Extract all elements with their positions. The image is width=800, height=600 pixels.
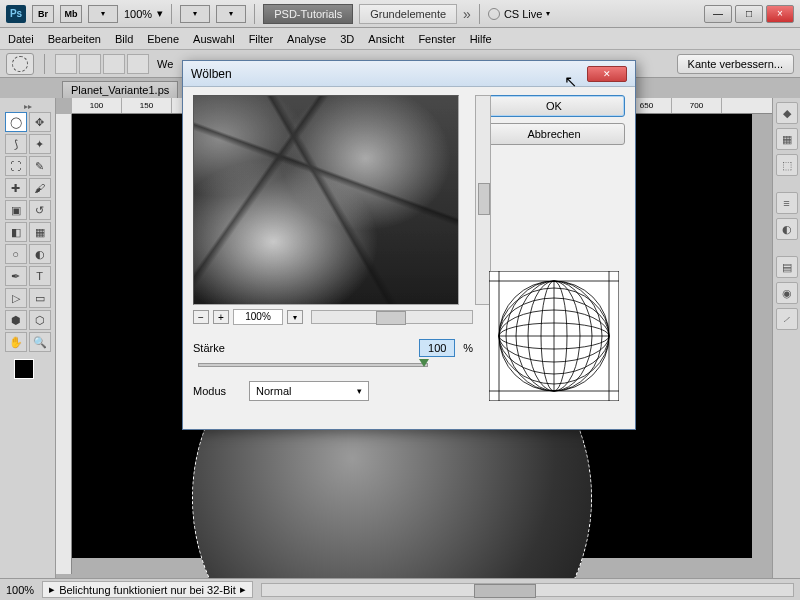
status-doc-msg[interactable]: ▸ Belichtung funktioniert nur bei 32-Bit… [42,581,253,598]
ok-button[interactable]: OK [483,95,625,117]
selection-mode-subtract[interactable] [103,54,125,74]
tool-pen[interactable]: ✒ [5,266,27,286]
tool-blur[interactable]: ○ [5,244,27,264]
panel-paths-icon[interactable]: ⟋ [776,308,798,330]
current-tool-icon[interactable] [6,53,34,75]
menu-datei[interactable]: Datei [8,33,34,45]
workspace-tab-grundelemente[interactable]: Grundelemente [359,4,457,24]
workspace-tab-psdtutorials[interactable]: PSD-Tutorials [263,4,353,24]
horizontal-scrollbar[interactable] [261,583,794,597]
panel-adjustments-icon[interactable]: ≡ [776,192,798,214]
tool-hand[interactable]: ✋ [5,332,27,352]
tool-heal[interactable]: ✚ [5,178,27,198]
zoom-out-button[interactable]: − [193,310,209,324]
strength-slider[interactable] [198,363,428,367]
preview-zoom-dropdown[interactable] [287,310,303,324]
menu-auswahl[interactable]: Auswahl [193,33,235,45]
filter-preview[interactable] [193,95,459,305]
tool-shape[interactable]: ▭ [29,288,51,308]
tool-dodge[interactable]: ◐ [29,244,51,264]
spherize-dialog: Wölben ✕ − + 100% Stärke [182,60,636,430]
tool-zoom[interactable]: 🔍 [29,332,51,352]
toolbox: ▸▸ ◯ ✥ ⟆ ✦ ⛶ ✎ ✚ 🖌 ▣ ↺ ◧ ▦ ○ ◐ ✒ T ▷ ▭ ⬢… [0,98,56,578]
dialog-close-button[interactable]: ✕ [587,66,627,82]
panel-layers-icon[interactable]: ▤ [776,256,798,278]
panel-color-icon[interactable]: ◆ [776,102,798,124]
app-icon: Ps [6,5,26,23]
menu-ebene[interactable]: Ebene [147,33,179,45]
tool-move[interactable]: ✥ [29,112,51,132]
statusbar: 100% ▸ Belichtung funktioniert nur bei 3… [0,578,800,600]
preview-zoom-value[interactable]: 100% [233,309,283,325]
arrange-dropdown[interactable] [180,5,210,23]
tool-crop[interactable]: ⛶ [5,156,27,176]
titlebar: Ps Br Mb 100% ▾ PSD-Tutorials Grundeleme… [0,0,800,28]
tool-brush[interactable]: 🖌 [29,178,51,198]
minibridge-icon[interactable]: Mb [60,5,82,23]
cancel-button[interactable]: Abbrechen [483,123,625,145]
separator [479,4,480,24]
close-button[interactable]: × [766,5,794,23]
extras-dropdown[interactable] [216,5,246,23]
tool-path[interactable]: ▷ [5,288,27,308]
strength-label: Stärke [193,342,241,354]
ruler-vertical [56,114,72,574]
maximize-button[interactable]: □ [735,5,763,23]
document-tab[interactable]: Planet_Variante1.ps [62,81,178,98]
zoom-in-button[interactable]: + [213,310,229,324]
tool-type[interactable]: T [29,266,51,286]
dialog-titlebar[interactable]: Wölben ✕ [183,61,635,87]
status-zoom: 100% [6,584,34,596]
tool-eyedropper[interactable]: ✎ [29,156,51,176]
menu-fenster[interactable]: Fenster [418,33,455,45]
menu-analyse[interactable]: Analyse [287,33,326,45]
zoom-level-select[interactable]: 100% ▾ [124,7,163,20]
percent-label: % [463,342,473,354]
panel-styles-icon[interactable]: ⬚ [776,154,798,176]
more-workspaces-icon[interactable]: » [463,6,471,22]
menu-bearbeiten[interactable]: Bearbeiten [48,33,101,45]
menu-bild[interactable]: Bild [115,33,133,45]
panel-swatches-icon[interactable]: ▦ [776,128,798,150]
minimize-button[interactable]: — [704,5,732,23]
screen-mode-dropdown[interactable] [88,5,118,23]
tool-lasso[interactable]: ⟆ [5,134,27,154]
separator [44,54,45,74]
menu-3d[interactable]: 3D [340,33,354,45]
separator [171,4,172,24]
refine-edge-button[interactable]: Kante verbessern... [677,54,794,74]
selection-mode-add[interactable] [79,54,101,74]
tool-marquee[interactable]: ◯ [5,112,27,132]
spherize-diagram [489,271,619,401]
tool-history[interactable]: ↺ [29,200,51,220]
cslive-dropdown[interactable]: CS Live [488,8,551,20]
options-label-partial: We [157,58,173,70]
selection-mode-intersect[interactable] [127,54,149,74]
tool-eraser[interactable]: ◧ [5,222,27,242]
menubar: Datei Bearbeiten Bild Ebene Auswahl Filt… [0,28,800,50]
menu-hilfe[interactable]: Hilfe [470,33,492,45]
panel-masks-icon[interactable]: ◐ [776,218,798,240]
tool-wand[interactable]: ✦ [29,134,51,154]
bridge-icon[interactable]: Br [32,5,54,23]
menu-ansicht[interactable]: Ansicht [368,33,404,45]
strength-input[interactable] [419,339,455,357]
mode-select[interactable]: Normal [249,381,369,401]
mode-label: Modus [193,385,241,397]
panel-channels-icon[interactable]: ◉ [776,282,798,304]
selection-mode-new[interactable] [55,54,77,74]
menu-filter[interactable]: Filter [249,33,273,45]
preview-hscroll[interactable] [311,310,473,324]
tool-3d[interactable]: ⬢ [5,310,27,330]
dialog-title: Wölben [191,67,232,81]
tool-stamp[interactable]: ▣ [5,200,27,220]
tool-gradient[interactable]: ▦ [29,222,51,242]
tool-3dcamera[interactable]: ⬡ [29,310,51,330]
color-swatch[interactable] [14,359,42,387]
separator [254,4,255,24]
panel-dock: ◆ ▦ ⬚ ≡ ◐ ▤ ◉ ⟋ [772,98,800,578]
